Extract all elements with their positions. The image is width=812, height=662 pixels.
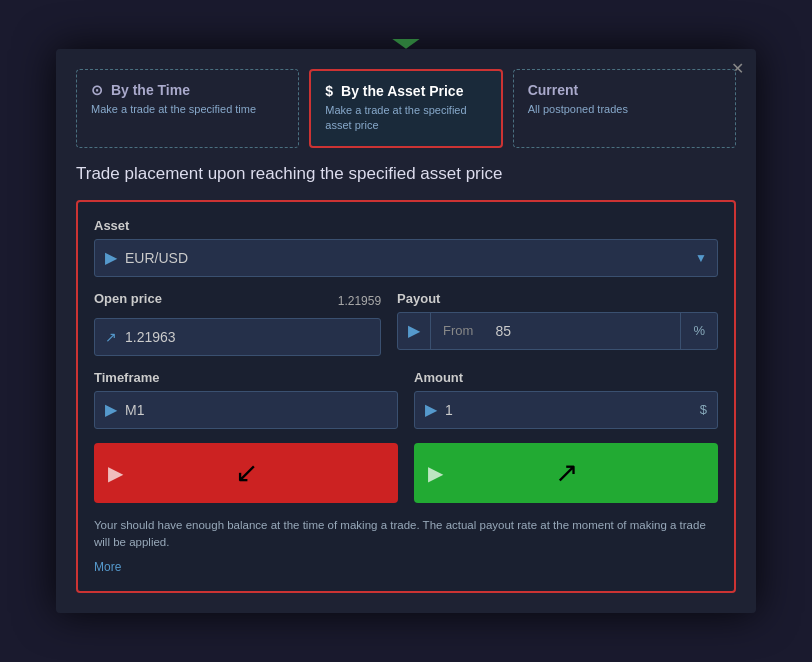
- tab-by-asset-price[interactable]: $ By the Asset Price Make a trade at the…: [313, 73, 498, 144]
- form-container: Asset ▶ EUR/USD GBP/USD USD/JPY AUD/USD …: [76, 200, 736, 594]
- amount-suffix: $: [700, 402, 707, 417]
- payout-input-wrapper: ▶ From %: [397, 312, 718, 350]
- notice-text: Your should have enough balance at the t…: [94, 517, 718, 552]
- tab-current-title: Current: [528, 82, 721, 98]
- trade-up-button[interactable]: ▶ ↗: [414, 443, 718, 503]
- price-payout-row: Open price 1.21959 ↗ Payout ▶ From %: [94, 291, 718, 356]
- tab-bar: ⊙ By the Time Make a trade at the specif…: [76, 69, 736, 148]
- amount-input[interactable]: [445, 402, 694, 418]
- amount-input-wrapper: ▶ $: [414, 391, 718, 429]
- payout-from-label: From: [431, 313, 485, 349]
- payout-left-icon: ▶: [398, 313, 431, 349]
- payout-value-input[interactable]: [485, 323, 680, 339]
- trade-buttons-row: ▶ ↙ ▶ ↗: [94, 443, 718, 503]
- asset-arrow-left: ▶: [105, 248, 117, 267]
- amount-left-icon: ▶: [425, 400, 437, 419]
- tab-by-time-desc: Make a trade at the specified time: [91, 102, 284, 117]
- timeframe-amount-row: Timeframe ▶ Amount ▶ $: [94, 370, 718, 429]
- modal: ✕ ⊙ By the Time Make a trade at the spec…: [56, 49, 756, 613]
- page-title: Trade placement upon reaching the specif…: [76, 164, 736, 184]
- tab-current-desc: All postponed trades: [528, 102, 721, 117]
- asset-section: Asset ▶ EUR/USD GBP/USD USD/JPY AUD/USD …: [94, 218, 718, 277]
- asset-label: Asset: [94, 218, 718, 233]
- timeframe-left-icon: ▶: [105, 400, 117, 419]
- down-left-icon: ▶: [108, 461, 123, 485]
- payout-group: Payout ▶ From %: [397, 291, 718, 356]
- open-price-input[interactable]: [125, 329, 370, 345]
- timeframe-input[interactable]: [125, 402, 387, 418]
- asset-select-wrapper[interactable]: ▶ EUR/USD GBP/USD USD/JPY AUD/USD ▼: [94, 239, 718, 277]
- down-arrow-icon: ↙: [235, 456, 258, 489]
- trade-down-button[interactable]: ▶ ↙: [94, 443, 398, 503]
- open-price-label: Open price: [94, 291, 162, 306]
- tab-by-time[interactable]: ⊙ By the Time Make a trade at the specif…: [76, 69, 299, 148]
- clock-icon: ⊙: [91, 82, 103, 98]
- active-tab-indicator: [392, 39, 420, 49]
- tab-by-asset-price-desc: Make a trade at the specified asset pric…: [325, 103, 486, 134]
- amount-group: Amount ▶ $: [414, 370, 718, 429]
- tab-by-time-title: ⊙ By the Time: [91, 82, 284, 98]
- payout-percent-label: %: [680, 313, 717, 349]
- timeframe-group: Timeframe ▶: [94, 370, 398, 429]
- more-link[interactable]: More: [94, 560, 121, 574]
- trend-icon: ↗: [105, 329, 117, 345]
- asset-select[interactable]: EUR/USD GBP/USD USD/JPY AUD/USD: [125, 250, 695, 266]
- dropdown-arrow-icon: ▼: [695, 251, 707, 265]
- dollar-icon: $: [325, 83, 333, 99]
- tab-current[interactable]: Current All postponed trades: [513, 69, 736, 148]
- payout-label: Payout: [397, 291, 718, 306]
- open-price-hint: 1.21959: [338, 294, 381, 308]
- open-price-label-row: Open price 1.21959: [94, 291, 381, 312]
- tab-by-asset-price-title: $ By the Asset Price: [325, 83, 486, 99]
- open-price-input-wrapper: ↗: [94, 318, 381, 356]
- up-arrow-icon: ↗: [555, 456, 578, 489]
- amount-label: Amount: [414, 370, 718, 385]
- timeframe-input-wrapper: ▶: [94, 391, 398, 429]
- open-price-group: Open price 1.21959 ↗: [94, 291, 381, 356]
- timeframe-label: Timeframe: [94, 370, 398, 385]
- up-left-icon: ▶: [428, 461, 443, 485]
